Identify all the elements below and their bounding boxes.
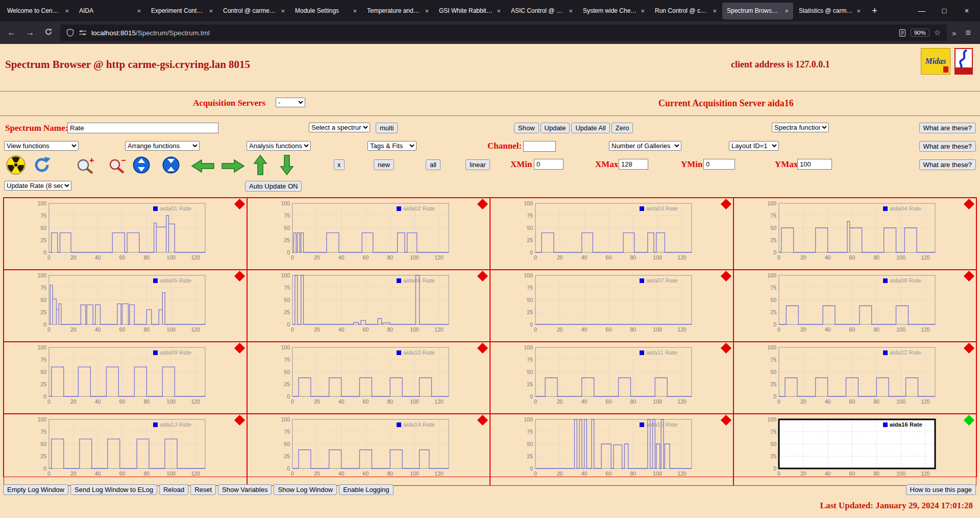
show-log-window-button[interactable]: Show Log Window [274,484,337,495]
auto-update-button[interactable]: Auto Update ON [245,181,302,192]
tab-close-icon[interactable]: × [137,7,141,15]
overflow-chevron-icon[interactable]: » [952,29,956,37]
tab-close-icon[interactable]: × [65,7,69,15]
bookmark-star-icon[interactable]: ☆ [934,28,941,37]
browser-tab[interactable]: Experiment Cont…× [146,3,217,19]
vertical-expand-icon[interactable] [133,156,150,176]
tags-fits-dropdown[interactable]: Tags & Fits [368,141,416,151]
how-to-use-button[interactable]: How to use this page [906,484,976,495]
new-button[interactable]: new [374,159,394,170]
what-are-these-button-3[interactable]: What are these? [919,159,976,170]
spectrum-plot-aida05[interactable]: 0255075100020406080100120aida05 Rate [4,270,247,342]
multi-button[interactable]: multi [376,123,398,133]
tab-close-icon[interactable]: × [425,7,429,15]
spectrum-plot-aida10[interactable]: 0255075100020406080100120aida10 Rate [247,342,491,414]
tab-close-icon[interactable]: × [569,7,573,15]
browser-tab[interactable]: Spectrum Brows…× [722,3,793,19]
update-all-button[interactable]: Update All [571,123,609,133]
green-arrow-right-icon[interactable] [222,159,245,175]
reader-mode-icon[interactable] [899,29,906,37]
forward-button[interactable]: → [23,28,37,38]
tracking-protection-icon[interactable] [66,29,74,37]
spectrum-plot-aida16[interactable]: 0255075100020406080100120aida16 Rate [733,414,977,486]
ymin-input[interactable] [703,159,735,170]
enable-logging-button[interactable]: Enable Logging [339,484,393,495]
zoom-out-icon[interactable]: − [108,157,127,176]
view-functions-dropdown[interactable]: View functions [4,141,79,151]
xmax-input[interactable] [619,159,648,170]
zero-button[interactable]: Zero [611,123,633,133]
tab-close-icon[interactable]: × [209,7,213,15]
site-info-icon[interactable] [79,29,87,36]
spectrum-plot-aida04[interactable]: 0255075100020406080100120aida04 Rate [733,198,977,270]
tab-close-icon[interactable]: × [713,7,717,15]
browser-tab[interactable]: Statistics @ carm…× [794,3,865,19]
browser-tab[interactable]: Temperature and…× [362,3,433,19]
radiation-icon[interactable] [6,155,26,177]
spectrum-plot-aida13[interactable]: 0255075100020406080100120aida13 Rate [4,414,247,486]
browser-tab[interactable]: AIDA× [75,3,145,19]
back-button[interactable]: ← [5,28,18,38]
zoom-level-badge[interactable]: 90% [911,29,929,37]
url-text[interactable]: localhost:8015/Spectrum/Spectrum.tml [91,29,894,37]
browser-tab[interactable]: System wide Che…× [578,3,649,19]
show-variables-button[interactable]: Show Variables [218,484,272,495]
close-button[interactable]: × [955,2,978,19]
green-arrow-left-icon[interactable] [191,159,214,175]
spectrum-plot-aida08[interactable]: 0255075100020406080100120aida08 Rate [733,270,977,342]
green-arrow-down-icon[interactable] [280,154,294,178]
vertical-compress-icon[interactable] [162,156,180,176]
tab-close-icon[interactable]: × [281,7,285,15]
midas-logo[interactable]: Midas [921,48,950,75]
tab-close-icon[interactable]: × [785,7,789,15]
browser-tab[interactable]: Run Control @ c…× [650,3,721,19]
show-button[interactable]: Show [514,123,539,133]
spectrum-plot-aida12[interactable]: 0255075100020406080100120aida12 Rate [733,342,977,414]
update-rate-dropdown[interactable]: Update Rate (8 secs) [4,181,71,191]
tab-close-icon[interactable]: × [641,7,645,15]
reset-button[interactable]: Reset [190,484,216,495]
all-button[interactable]: all [426,159,440,170]
tab-close-icon[interactable]: × [353,7,357,15]
acquisition-server-select[interactable]: - [276,98,305,107]
select-spectrum-dropdown[interactable]: Select a spectrum [309,123,370,132]
green-arrow-up-icon[interactable] [253,154,267,178]
reload-button[interactable] [42,28,55,38]
what-are-these-button-1[interactable]: What are these? [919,123,976,133]
send-log-to-elog-button[interactable]: Send Log Window to ELog [70,484,157,495]
maximize-button[interactable]: □ [933,2,955,19]
empty-log-window-button[interactable]: Empty Log Window [3,484,68,495]
powered-logo[interactable] [954,48,973,75]
tab-close-icon[interactable]: × [497,7,501,15]
spectrum-plot-aida15[interactable]: 0255075100020406080100120aida15 Rate [490,414,733,486]
spectrum-plot-aida02[interactable]: 0255075100020406080100120aida02 Rate [247,198,491,270]
browser-tab[interactable]: Control @ carme…× [218,3,289,19]
spectrum-plot-aida06[interactable]: 0255075100020406080100120aida06 Rate [247,270,491,342]
browser-tab[interactable]: GSI White Rabbit…× [434,3,505,19]
spectrum-plot-aida07[interactable]: 0255075100020406080100120aida07 Rate [490,270,733,342]
update-button[interactable]: Update [541,123,570,133]
menu-icon[interactable]: ≡ [961,28,975,38]
spectrum-plot-aida01[interactable]: 0255075100020406080100120aida01 Rate [4,198,247,270]
browser-tab[interactable]: Welcome to Cen…× [3,3,74,19]
spectrum-plot-aida03[interactable]: 0255075100020406080100120aida03 Rate [490,198,733,270]
spectrum-plot-aida09[interactable]: 0255075100020406080100120aida09 Rate [4,342,247,414]
url-bar[interactable]: localhost:8015/Spectrum/Spectrum.tml 90%… [60,25,947,41]
linear-button[interactable]: linear [465,159,490,170]
xmin-input[interactable] [534,159,564,170]
refresh-icon[interactable] [33,156,51,176]
reload-page-button[interactable]: Reload [159,484,188,495]
arrange-functions-dropdown[interactable]: Arrange functions [125,141,200,151]
ymax-input[interactable] [797,159,832,170]
layout-id-dropdown[interactable]: Layout ID=1 [729,141,779,151]
spectra-functions-dropdown[interactable]: Spectra functions [772,123,829,132]
channel-input[interactable] [523,141,556,152]
new-tab-button[interactable]: + [866,5,884,16]
number-of-galleries-dropdown[interactable]: Number of Galleries [609,141,681,151]
analysis-functions-dropdown[interactable]: Analysis functions [247,141,311,151]
spectrum-plot-aida11[interactable]: 0255075100020406080100120aida11 Rate [490,342,733,414]
tab-close-icon[interactable]: × [856,7,861,15]
what-are-these-button-2[interactable]: What are these? [919,141,976,152]
spectrum-name-input[interactable] [67,123,218,133]
browser-tab[interactable]: ASIC Control @ …× [506,3,577,19]
